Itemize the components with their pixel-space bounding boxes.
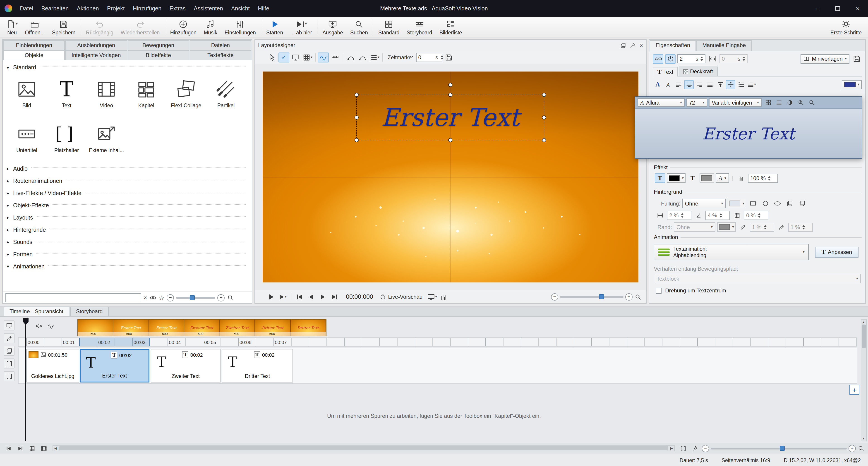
duration-value[interactable]: 2: [680, 56, 686, 62]
preview-canvas[interactable]: Erster Text: [262, 71, 639, 282]
section-animationen[interactable]: ▾Animationen: [7, 260, 248, 273]
tab-timeline-spuransicht[interactable]: Timeline - Spuransicht: [4, 307, 69, 316]
paragraph-button[interactable]: [774, 98, 783, 107]
menu-datei[interactable]: Datei: [16, 3, 37, 14]
scroll-right-arrow[interactable]: ▶: [669, 446, 674, 451]
add-button[interactable]: Hinzufügen: [167, 17, 200, 37]
resize-handle-sw[interactable]: [354, 138, 359, 142]
step-forward-button[interactable]: [318, 292, 328, 301]
track-curve-icon[interactable]: [47, 322, 54, 330]
menu-bearbeiten[interactable]: Bearbeiten: [37, 3, 73, 14]
object-bild[interactable]: Bild: [7, 73, 46, 118]
section-audio[interactable]: ▸Audio: [7, 162, 248, 175]
section-routenanimationen[interactable]: ▸Routenanimationen: [7, 175, 248, 187]
zoom-fit-icon[interactable]: [634, 293, 642, 300]
clip-dritter-text[interactable]: T T 00:02 Dritter Text: [222, 349, 293, 382]
resize-handle-s[interactable]: [448, 138, 452, 142]
section-live-effekte[interactable]: ▸Live-Effekte / Video-Effekte: [7, 187, 248, 199]
align-justify-button[interactable]: [705, 80, 714, 89]
valign-middle-button[interactable]: [726, 80, 735, 89]
scroll-down-arrow[interactable]: ▼: [862, 437, 865, 440]
frame-insert-tool-button[interactable]: [4, 371, 14, 381]
zoom-out-button[interactable]: −: [167, 294, 174, 301]
stepper[interactable]: [802, 225, 805, 229]
corner-radius-button[interactable]: [732, 211, 742, 220]
output-button[interactable]: Ausgabe: [319, 17, 347, 37]
rotation-checkbox[interactable]: [656, 288, 661, 293]
scrollbar-thumb[interactable]: [862, 324, 866, 348]
shape-rectangle-button[interactable]: [748, 199, 758, 208]
slider-thumb[interactable]: [599, 294, 604, 299]
menu-projekt[interactable]: Projekt: [103, 3, 129, 14]
keyframe-list-button[interactable]: ▾: [369, 52, 380, 62]
section-sounds[interactable]: ▸Sounds: [7, 236, 248, 248]
float-panel-icon[interactable]: [621, 42, 626, 48]
resize-handle-e[interactable]: [542, 116, 546, 120]
tab-deckkraft[interactable]: Deckkraft: [679, 66, 717, 76]
music-button[interactable]: Musik: [200, 17, 221, 37]
layout-standard-button[interactable]: Standard: [375, 17, 403, 37]
pin-icon[interactable]: [630, 42, 636, 48]
fill-color-dropdown[interactable]: ▾: [727, 199, 746, 208]
kerning-grid-button[interactable]: [764, 98, 772, 107]
rotation-handle[interactable]: [448, 83, 452, 87]
link-duration-button[interactable]: [653, 54, 663, 64]
preview-magnifier-icon[interactable]: [227, 294, 234, 301]
grid-view-button[interactable]: [27, 444, 37, 453]
rand-color-dropdown[interactable]: ▾: [717, 222, 736, 232]
snap-toggle-button[interactable]: ✓: [278, 52, 289, 62]
thumbnail-size-slider[interactable]: [176, 297, 215, 299]
stepper[interactable]: [701, 57, 703, 61]
close-button[interactable]: ×: [848, 0, 868, 17]
close-panel-icon[interactable]: ×: [640, 42, 643, 48]
monitor-tool-button[interactable]: [4, 320, 14, 331]
editable-text[interactable]: Erster Text: [702, 124, 795, 143]
stepper[interactable]: [681, 213, 683, 217]
value[interactable]: 4 %: [708, 212, 717, 218]
track-mute-icon[interactable]: [35, 322, 42, 330]
undo-button[interactable]: Rückgängig: [82, 17, 117, 37]
save-template-button[interactable]: [851, 54, 862, 64]
section-layouts[interactable]: ▸Layouts: [7, 211, 248, 224]
transform-tool-button[interactable]: [267, 52, 278, 62]
tab-bewegungen[interactable]: Bewegungen: [127, 40, 189, 50]
font-style-button[interactable]: A: [653, 80, 662, 89]
line-spacing-button[interactable]: ▾: [747, 80, 756, 89]
grid-button[interactable]: ▾: [302, 52, 313, 62]
tab-objekte[interactable]: Objekte: [3, 50, 65, 60]
outline-color-dropdown[interactable]: [700, 174, 714, 183]
value[interactable]: 1 %: [790, 224, 800, 230]
clear-search-icon[interactable]: ×: [144, 294, 147, 301]
tab-dateien[interactable]: Dateien: [190, 40, 251, 50]
audio-meter-button[interactable]: [439, 292, 449, 301]
duration-toggle-button[interactable]: [665, 54, 676, 64]
font-color-dropdown[interactable]: ▾: [842, 80, 862, 89]
italic-button[interactable]: A: [663, 80, 673, 89]
save-button[interactable]: Speichern: [49, 17, 79, 37]
object-untertitel[interactable]: Untertitel: [7, 118, 46, 162]
rand-dropdown[interactable]: Ohne▾: [674, 222, 715, 232]
motion-path-button[interactable]: [318, 52, 329, 62]
go-to-start-button[interactable]: [294, 292, 304, 301]
menu-assistenten[interactable]: Assistenten: [190, 3, 227, 14]
curve-button[interactable]: [345, 52, 356, 62]
section-objekt-effekte[interactable]: ▸Objekt-Effekte: [7, 199, 248, 211]
valign-top-button[interactable]: [715, 80, 725, 89]
editor-zoom-out-button[interactable]: [807, 98, 816, 107]
canvas-text[interactable]: Erster Text: [381, 103, 519, 132]
timeline-horizontal-scrollbar[interactable]: ◀ ▶: [53, 445, 675, 451]
font-size-dropdown[interactable]: 72▾: [686, 98, 707, 107]
goto-end-button[interactable]: [16, 444, 25, 453]
layout-storyboard-button[interactable]: Storyboard: [403, 17, 436, 37]
tab-einblendungen[interactable]: Einblendungen: [3, 40, 65, 50]
object-externe-inhalte[interactable]: Externe Inhal...: [87, 118, 126, 162]
text-color-tool-button[interactable]: T: [655, 174, 665, 183]
start-button[interactable]: Starten: [262, 17, 287, 37]
text-color-dropdown[interactable]: ▾: [667, 174, 685, 183]
menu-ansicht[interactable]: Ansicht: [227, 3, 254, 14]
curve-points-button[interactable]: [357, 52, 368, 62]
minimize-button[interactable]: –: [807, 0, 827, 17]
angle-button[interactable]: [693, 211, 704, 220]
insert-variable-dropdown[interactable]: Variable einfügen▾: [709, 98, 762, 107]
slider-thumb[interactable]: [780, 446, 785, 451]
